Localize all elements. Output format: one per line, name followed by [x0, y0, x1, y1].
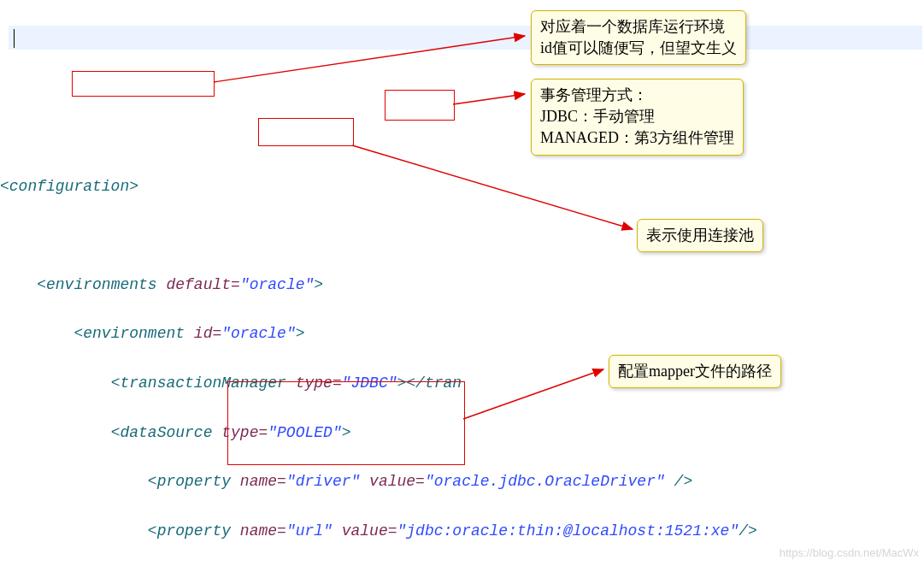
- attr: value=: [369, 473, 425, 490]
- svg-line-0: [214, 36, 525, 82]
- tag: >: [296, 325, 305, 342]
- tag: <dataSource: [111, 424, 222, 441]
- code-line: [0, 223, 924, 248]
- attr: value=: [342, 522, 397, 539]
- tag: <property: [148, 473, 240, 490]
- highlight-box: [385, 90, 455, 121]
- code-line: <environments default="oracle">: [0, 273, 924, 298]
- tag: <property: [148, 522, 240, 539]
- tag: />: [665, 473, 692, 490]
- tag: <configuration>: [0, 178, 138, 195]
- annotation-note: 事务管理方式： JDBC：手动管理 MANAGED：第3方组件管理: [531, 79, 744, 156]
- attr: name=: [240, 522, 286, 539]
- text-cursor: [14, 29, 15, 48]
- highlight-box: [227, 381, 465, 465]
- attr: id=: [194, 325, 221, 342]
- highlight-box: [258, 118, 354, 146]
- attr: name=: [240, 473, 286, 490]
- attr-value: "oracle": [221, 325, 295, 342]
- current-line-highlight: [9, 26, 922, 50]
- tag: <environments: [37, 276, 166, 293]
- svg-line-1: [453, 94, 525, 104]
- annotation-note: 对应着一个数据库运行环境 id值可以随便写，但望文生义: [531, 10, 746, 65]
- tag: />: [739, 522, 757, 539]
- code-line: <configuration>: [0, 174, 924, 199]
- attr-value: "oracle.jdbc.OracleDriver": [425, 473, 665, 490]
- attr-value: "oracle": [240, 276, 314, 293]
- tag: >: [314, 276, 323, 293]
- tag: <environment: [74, 325, 193, 342]
- attr-value: "driver": [286, 473, 360, 490]
- attr: default=: [166, 276, 239, 293]
- annotation-note: 配置mapper文件的路径: [609, 355, 781, 388]
- annotation-note: 表示使用连接池: [637, 219, 763, 252]
- code-line: <property name="url" value="jdbc:oracle:…: [0, 519, 924, 544]
- code-line: <environment id="oracle">: [0, 321, 924, 346]
- attr-value: "url": [286, 522, 333, 539]
- watermark: https://blog.csdn.net/MacWx: [780, 545, 919, 563]
- code-line: <property name="driver" value="oracle.jd…: [0, 469, 924, 494]
- attr-value: "jdbc:oracle:thin:@localhost:1521:xe": [397, 522, 739, 539]
- highlight-box: [72, 71, 215, 97]
